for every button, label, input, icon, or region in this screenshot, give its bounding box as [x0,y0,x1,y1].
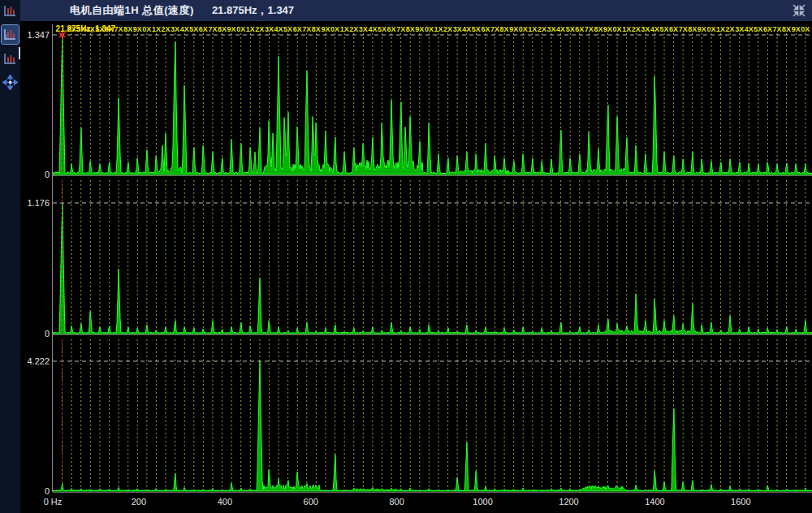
harmonic-label: 1X [622,25,631,33]
harmonic-label: 3X [265,25,274,33]
harmonic-label: 0X [801,25,810,33]
harmonic-label: 2X [255,25,264,33]
harmonic-label: 9X [133,25,142,33]
y-max-label-panel-3: 4.222 [20,356,50,366]
harmonic-label: 1X [340,25,349,33]
harmonic-label: 2X [162,25,171,33]
harmonic-label: 9X [603,25,612,33]
harmonic-label: 7X [679,25,688,33]
harmonic-label: 8X [312,25,321,33]
harmonic-label: 1X [434,25,443,33]
harmonic-label: 8X [123,25,132,33]
harmonic-label: 5X [660,25,669,33]
harmonic-label: 6X [293,25,302,33]
x-tick-label: 1200 [545,497,594,507]
harmonic-label: 3X [546,25,555,33]
title-bar: 电机自由端1H 总值(速度) 21.875Hz，1.347 [20,0,812,21]
harmonic-label: 7X [490,25,499,33]
harmonic-label: 3X [359,25,368,33]
cursor-readout-label: 21.875Hz, 1.347 [56,24,116,33]
harmonic-label: 8X [406,25,415,33]
vibration-analyzer-window: 电机自由端1H 总值(速度) 21.875Hz，1.347 [0,0,812,513]
spectrum-chart-icon[interactable] [2,50,19,68]
spectrum-chart-icon-selected[interactable] [2,25,19,44]
move-pan-icon[interactable] [2,73,19,92]
harmonic-label: 0X [425,25,434,33]
harmonic-label: 3X [171,25,179,33]
harmonic-label: 9X [509,25,518,33]
x-tick-label: 600 [287,497,335,507]
harmonic-label: 9X [415,25,424,33]
x-tick-label: 1400 [630,497,679,507]
harmonic-label: 0X [330,25,339,33]
y-max-label-panel-2: 1.176 [20,198,50,208]
harmonic-label: 6X [763,25,772,33]
harmonic-label: 3X [735,25,744,33]
harmonic-label: 6X [199,25,208,33]
harmonic-label: 6X [481,25,490,33]
cursor-readout-titlebar: 21.875Hz，1.347 [212,3,294,18]
x-tick-label: 800 [373,497,421,507]
harmonic-label: 1X [716,25,725,33]
harmonic-label: 1X [152,25,161,33]
harmonic-label: 4X [650,25,659,33]
harmonic-label: 0X [236,25,245,33]
harmonic-label: 8X [500,25,509,33]
harmonic-label: 2X [632,25,641,33]
spectrum-chart-icon-top[interactable] [2,2,19,20]
harmonic-label: 3X [641,25,650,33]
spectrum-panel-2[interactable] [53,179,812,335]
harmonic-label: 7X [773,25,782,33]
harmonic-label: 0X [706,25,715,33]
harmonic-label: 5X [378,25,387,33]
harmonic-label: 5X [472,25,481,33]
spectrum-trace [53,361,812,491]
harmonic-label: 2X [538,25,546,33]
harmonic-label: 0X [613,25,622,33]
x-tick-label: 0 Hz [28,497,77,507]
harmonic-label: 1X [528,25,537,33]
harmonic-label: 4X [745,25,754,33]
y-max-label-panel-1: 1.347 [20,30,50,40]
harmonic-labels: 2X3X4X5X6X7X8X9X0X1X2X3X4X5X6X7X8X9X0X1X… [67,25,810,33]
window-title: 电机自由端1H 总值(速度) [70,3,194,18]
harmonic-label: 8X [594,25,603,33]
harmonic-label: 6X [575,25,584,33]
spectrum-panel-3[interactable] [53,338,812,493]
harmonic-gridlines [63,339,806,491]
harmonic-label: 7X [302,25,311,33]
harmonic-label: 7X [585,25,594,33]
x-tick-label: 1000 [459,497,508,507]
collapse-icon[interactable] [792,3,806,18]
spectrum-chart-area: 1.347 0 1.176 0 4.222 0 2X3X4X5X6X7X8X9X… [20,21,812,513]
x-tick-label: 400 [201,497,249,507]
harmonic-label: 6X [669,25,678,33]
x-tick-label: 1600 [716,497,765,507]
harmonic-label: 4X [556,25,565,33]
harmonic-label: 8X [782,25,791,33]
harmonic-label: 5X [566,25,575,33]
y-zero-label-panel-3: 0 [20,486,50,496]
harmonic-label: 2X [443,25,452,33]
spectrum-trace [53,35,812,175]
harmonic-label: 9X [227,25,236,33]
y-zero-label-panel-1: 0 [20,170,50,179]
harmonic-label: 5X [283,25,292,33]
y-zero-label-panel-2: 0 [20,329,50,338]
harmonic-label: 9X [698,25,706,33]
harmonic-label: 8X [688,25,697,33]
harmonic-label: 5X [754,25,762,33]
harmonic-label: 3X [453,25,462,33]
harmonic-label: 0X [142,25,151,33]
harmonic-label: 5X [189,25,198,33]
spectrum-panel-1[interactable]: 2X3X4X5X6X7X8X9X0X1X2X3X4X5X6X7X8X9X0X1X… [53,24,812,176]
harmonic-label: 9X [792,25,801,33]
harmonic-label: 7X [208,25,217,33]
harmonic-label: 0X [519,25,528,33]
harmonic-label: 9X [321,25,330,33]
harmonic-label: 6X [387,25,396,33]
harmonic-label: 7X [396,25,405,33]
harmonic-label: 1X [246,25,255,33]
harmonic-label: 8X [218,25,227,33]
harmonic-label: 2X [726,25,735,33]
